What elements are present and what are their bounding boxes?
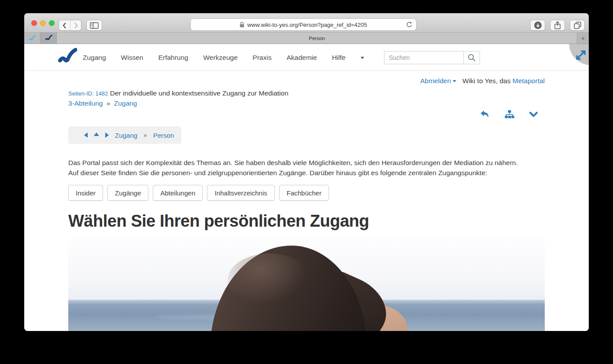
pinned-tab-1-checkmark-icon [29, 35, 36, 41]
downloads-button[interactable] [531, 20, 545, 30]
sidebar-icon [90, 22, 99, 29]
metaportal-link[interactable]: Metaportal [513, 77, 545, 85]
pinned-tab-1[interactable] [24, 33, 41, 44]
button-fachbuecher[interactable]: Fachbücher [279, 185, 329, 201]
expand-arrows-icon [574, 48, 587, 62]
breadcrumb-next-icon[interactable] [105, 132, 109, 138]
quick-link-buttons: Insider Zugänge Abteilungen Inhaltsverze… [68, 185, 545, 201]
url-text: www.wiki-to-yes.org/Person?page_ref_id=4… [247, 22, 367, 28]
section-heading: Wählen Sie Ihren persönlichen Zugang [68, 212, 545, 231]
breadcrumb-current-person[interactable]: Person [153, 132, 174, 139]
sidebar-toggle-button[interactable] [87, 20, 102, 30]
address-bar[interactable]: www.wiki-to-yes.org/Person?page_ref_id=4… [191, 19, 416, 30]
search-button[interactable] [463, 51, 480, 64]
site-navigation: Zugang Wissen Erfahrung Werkzeuge Praxis… [24, 44, 589, 71]
meta-separator: » [105, 99, 112, 107]
button-inhaltsverzeichnis[interactable]: Inhaltsverzeichnis [207, 185, 274, 201]
breadcrumb-link-zugang[interactable]: Zugang [115, 132, 137, 139]
history-nav-group [59, 20, 81, 30]
pinned-tab-2-checkmark-icon [45, 35, 52, 41]
menu-item-werkzeuge[interactable]: Werkzeuge [203, 54, 237, 62]
collapse-button[interactable] [529, 112, 538, 118]
tab-person[interactable]: Person [57, 33, 577, 44]
lock-icon [240, 22, 244, 28]
forward-chevron-icon [73, 22, 78, 29]
intro-line-1: Das Portal passt sich der Komplexität de… [68, 158, 545, 168]
download-icon [534, 22, 542, 29]
tab-overview-button[interactable] [570, 20, 584, 30]
wiki-to-yes-logo-checkmark-icon[interactable] [58, 48, 77, 66]
menu-more-caret-icon[interactable] [361, 57, 364, 59]
section-target-link[interactable]: Zugang [114, 99, 137, 107]
page-action-icons [480, 110, 538, 119]
logout-caret-icon [453, 80, 456, 82]
reload-icon [406, 22, 412, 28]
share-icon [554, 21, 561, 29]
menu-item-akademie[interactable]: Akademie [287, 54, 317, 62]
sitemap-icon [505, 110, 514, 119]
plus-icon: + [581, 34, 585, 42]
page-meta: Seiten-ID: 1482 Der individuelle und kon… [68, 88, 545, 108]
page-id-label: Seiten-ID: 1482 [68, 90, 108, 97]
menu-item-praxis[interactable]: Praxis [253, 54, 272, 62]
breadcrumb-up-icon[interactable] [94, 132, 99, 136]
breadcrumb-prev-icon[interactable] [84, 132, 88, 138]
site-tagline: Wiki to Yes, das Metaportal [462, 77, 545, 85]
menu-item-hilfe[interactable]: Hilfe [332, 54, 346, 62]
tab-overview-icon [574, 22, 581, 29]
undo-icon [480, 110, 490, 119]
logout-link[interactable]: Abmelden [420, 77, 456, 85]
search-icon [468, 54, 476, 62]
window-close-button[interactable] [31, 20, 37, 26]
intro-paragraph: Das Portal passt sich der Komplexität de… [68, 158, 545, 178]
breadcrumb-separator: » [144, 132, 147, 139]
search-input[interactable] [384, 51, 463, 64]
breadcrumb: Zugang » Person [68, 126, 181, 144]
tab-title: Person [309, 36, 325, 41]
menu-item-wissen[interactable]: Wissen [121, 54, 144, 62]
tab-bar: Person + [24, 33, 589, 44]
forward-button[interactable] [70, 20, 81, 30]
reload-button[interactable] [406, 22, 412, 28]
hero-photo-woman-looking-at-sea [68, 238, 545, 331]
window-zoom-button[interactable] [49, 20, 55, 26]
share-button[interactable] [550, 20, 565, 30]
button-abteilungen[interactable]: Abteilungen [153, 185, 203, 201]
new-tab-button[interactable]: + [577, 33, 589, 44]
back-chevron-icon [62, 22, 67, 29]
button-zugaenge[interactable]: Zugänge [107, 185, 148, 201]
browser-window: www.wiki-to-yes.org/Person?page_ref_id=4… [24, 13, 589, 331]
intro-line-2: Auf dieser Seite finden Sie die personen… [68, 168, 545, 178]
menu-item-erfahrung[interactable]: Erfahrung [158, 54, 188, 62]
browser-toolbar: www.wiki-to-yes.org/Person?page_ref_id=4… [24, 13, 589, 33]
structure-button[interactable] [505, 110, 514, 119]
section-link[interactable]: 3-Abteilung [68, 99, 103, 107]
button-insider[interactable]: Insider [68, 185, 103, 201]
back-button[interactable] [59, 20, 70, 30]
main-menu: Zugang Wissen Erfahrung Werkzeuge Praxis… [83, 44, 364, 71]
chevron-down-icon [529, 112, 538, 118]
site-search [384, 51, 480, 64]
pinned-tab-2[interactable] [41, 33, 57, 44]
page-subtitle: Der individuelle und kontextsensitive Zu… [110, 89, 288, 97]
window-minimize-button[interactable] [40, 20, 46, 26]
header-links: Abmelden Wiki to Yes, das Metaportal [68, 77, 545, 85]
undo-button[interactable] [480, 110, 490, 119]
web-page: Zugang Wissen Erfahrung Werkzeuge Praxis… [24, 44, 589, 331]
menu-item-zugang[interactable]: Zugang [83, 54, 106, 62]
